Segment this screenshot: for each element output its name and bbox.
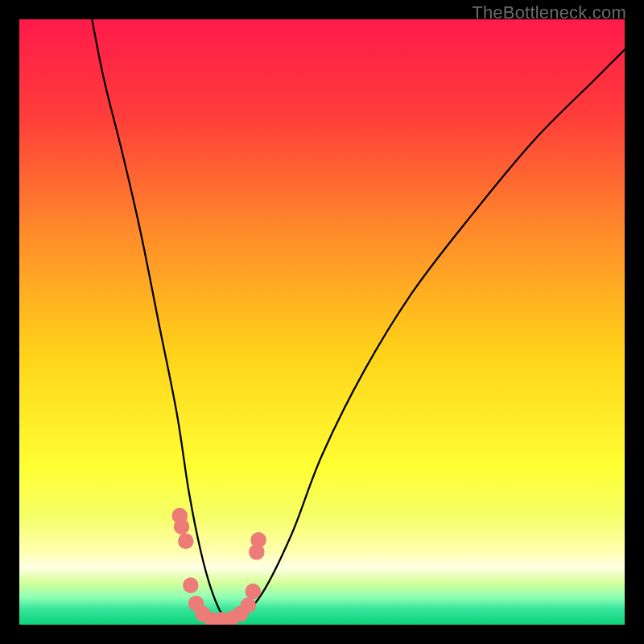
bottleneck-chart bbox=[19, 19, 625, 625]
data-point bbox=[183, 577, 199, 593]
data-point bbox=[174, 518, 190, 535]
watermark-text: TheBottleneck.com bbox=[472, 2, 626, 23]
gradient-background bbox=[19, 19, 625, 625]
chart-frame: TheBottleneck.com bbox=[0, 0, 644, 644]
data-point bbox=[178, 533, 194, 549]
data-point bbox=[240, 597, 256, 613]
data-point bbox=[250, 532, 266, 548]
plot-area bbox=[19, 19, 625, 625]
data-point bbox=[245, 584, 261, 600]
